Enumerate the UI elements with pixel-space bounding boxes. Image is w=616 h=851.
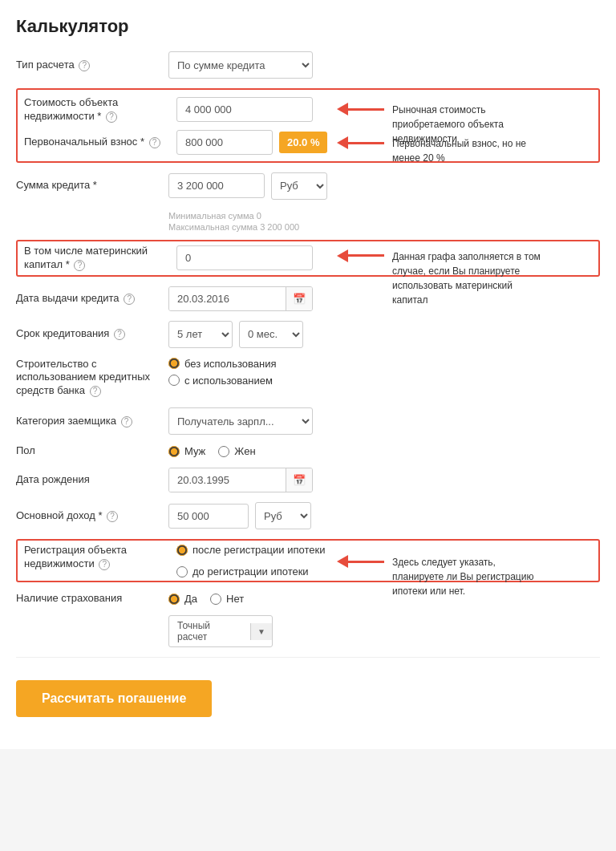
construction-yes-label: с использованием — [184, 375, 273, 387]
gender-row: Пол Муж Жен — [16, 444, 600, 458]
gender-label: Пол — [16, 444, 168, 458]
property-value-label: Стоимость объекта недвижимости * ? — [24, 96, 176, 124]
insurance-yes-radio[interactable] — [168, 594, 180, 605]
property-value-input[interactable] — [176, 97, 313, 122]
construction-controls: без использования с использованием — [168, 358, 600, 387]
insurance-no-option[interactable]: Нет — [210, 593, 244, 605]
calc-type-select[interactable]: По сумме кредита — [168, 51, 313, 79]
birthdate-wrapper: 📅 — [168, 468, 313, 492]
down-payment-input[interactable] — [176, 130, 273, 155]
maternity-help-icon[interactable]: ? — [74, 260, 85, 271]
registration-before-radio[interactable] — [176, 566, 188, 577]
calc-type-help-icon[interactable]: ? — [79, 60, 90, 71]
divider — [16, 657, 600, 658]
construction-yes-radio[interactable] — [168, 375, 180, 386]
income-controls: Руб — [168, 502, 600, 529]
insurance-row: Наличие страхования Да Нет — [16, 592, 600, 606]
insurance-controls: Да Нет — [168, 593, 600, 605]
property-arrow — [337, 103, 384, 115]
construction-yes-option[interactable]: с использованием — [168, 375, 276, 387]
birthdate-controls: 📅 — [168, 468, 600, 492]
loan-sum-row: Сумма кредита * Руб — [16, 172, 600, 200]
income-help-icon[interactable]: ? — [107, 511, 118, 522]
issue-date-help-icon[interactable]: ? — [124, 294, 135, 305]
construction-no-radio[interactable] — [168, 358, 180, 369]
insurance-no-radio[interactable] — [210, 594, 221, 605]
issue-date-input[interactable] — [169, 287, 286, 310]
registration-after-label: после регистрации ипотеки — [192, 544, 325, 556]
construction-row: Строительство с использованием кредитных… — [16, 358, 600, 399]
construction-no-label: без использования — [184, 358, 276, 370]
term-years-select[interactable]: 5 лет — [168, 321, 233, 348]
calculate-button[interactable]: Рассчитать погашение — [16, 680, 212, 717]
calendar-icon[interactable]: 📅 — [286, 287, 312, 310]
down-payment-label: Первоначальный взнос * ? — [24, 136, 176, 149]
issue-date-row: Дата выдачи кредита ? 📅 — [16, 286, 600, 311]
gender-male-label: Муж — [184, 445, 205, 457]
maternity-input[interactable] — [176, 245, 313, 270]
precise-controls: Точный расчет ▼ — [168, 615, 600, 647]
insurance-yes-option[interactable]: Да — [168, 593, 197, 605]
registration-before-option[interactable]: до регистрации ипотеки — [176, 565, 325, 577]
page-title: Калькулятор — [16, 16, 600, 37]
loan-sum-min-hint: Минимальная сумма 0 — [168, 211, 600, 221]
registration-after-option[interactable]: после регистрации ипотеки — [176, 544, 325, 556]
gender-radio-group: Муж Жен — [168, 445, 256, 457]
registration-radio-group: после регистрации ипотеки до регистрации… — [176, 544, 325, 577]
income-label: Основной доход * ? — [16, 509, 168, 523]
precise-row: Точный расчет ▼ — [16, 615, 600, 647]
gender-female-option[interactable]: Жен — [218, 445, 255, 457]
income-currency-select[interactable]: Руб — [255, 502, 311, 529]
gender-male-radio[interactable] — [168, 446, 180, 457]
calc-type-label: Тип расчета ? — [16, 59, 168, 72]
precise-dropdown-icon[interactable]: ▼ — [250, 623, 272, 640]
calculator-page: Калькулятор Тип расчета ? По сумме креди… — [0, 0, 616, 749]
insurance-label: Наличие страхования — [16, 592, 168, 606]
registration-help-icon[interactable]: ? — [99, 559, 110, 570]
income-input[interactable] — [168, 504, 249, 529]
loan-sum-input[interactable] — [168, 173, 265, 198]
maternity-arrow-head — [337, 249, 348, 262]
construction-help-icon[interactable]: ? — [90, 386, 101, 397]
birthdate-calendar-icon[interactable]: 📅 — [286, 468, 312, 492]
calculate-button-row: Рассчитать погашение — [16, 664, 600, 717]
down-payment-arrow-shaft — [348, 142, 384, 144]
term-help-icon[interactable]: ? — [114, 329, 125, 340]
gender-female-label: Жен — [234, 445, 255, 457]
borrower-category-help-icon[interactable]: ? — [121, 416, 132, 428]
maternity-arrow — [337, 249, 384, 262]
precise-calc-button[interactable]: Точный расчет ▼ — [168, 615, 273, 647]
construction-no-option[interactable]: без использования — [168, 358, 276, 370]
property-value-section: Стоимость объекта недвижимости * ? Перво… — [16, 88, 600, 163]
income-row: Основной доход * ? Руб — [16, 502, 600, 529]
borrower-category-controls: Получатель зарпл... — [168, 407, 600, 435]
registration-arrow-shaft — [348, 561, 384, 563]
calc-type-row: Тип расчета ? По сумме кредита — [16, 51, 600, 79]
gender-controls: Муж Жен — [168, 445, 600, 457]
maternity-arrow-shaft — [348, 254, 384, 257]
borrower-category-select[interactable]: Получатель зарпл... — [168, 407, 313, 435]
loan-sum-currency-select[interactable]: Руб — [271, 172, 327, 200]
birthdate-input[interactable] — [169, 468, 286, 492]
maternity-label: В том числе материнский капитал * ? — [24, 245, 176, 272]
borrower-category-row: Категория заемщика ? Получатель зарпл... — [16, 407, 600, 435]
loan-sum-label: Сумма кредита * — [16, 179, 168, 192]
issue-date-label: Дата выдачи кредита ? — [16, 292, 168, 306]
term-months-select[interactable]: 0 мес. — [239, 321, 303, 348]
down-payment-help-icon[interactable]: ? — [149, 137, 160, 148]
gender-female-radio[interactable] — [218, 446, 229, 457]
calc-type-controls: По сумме кредита — [168, 51, 600, 79]
property-help-icon[interactable]: ? — [106, 111, 117, 123]
property-arrow-head — [337, 103, 348, 115]
term-label: Срок кредитования ? — [16, 327, 168, 341]
issue-date-controls: 📅 — [168, 286, 600, 311]
issue-date-wrapper: 📅 — [168, 286, 313, 311]
precise-calc-label: Точный расчет — [169, 616, 250, 646]
construction-radio-group: без использования с использованием — [168, 358, 276, 387]
registration-after-radio[interactable] — [176, 545, 188, 556]
down-payment-annotation-text: Первоначальный взнос, но не менее 20 % — [392, 136, 545, 165]
insurance-yes-label: Да — [184, 593, 197, 605]
insurance-no-label: Нет — [226, 593, 244, 605]
gender-male-option[interactable]: Муж — [168, 445, 205, 457]
registration-section: Регистрация объекта недвижимости ? после… — [16, 539, 600, 582]
